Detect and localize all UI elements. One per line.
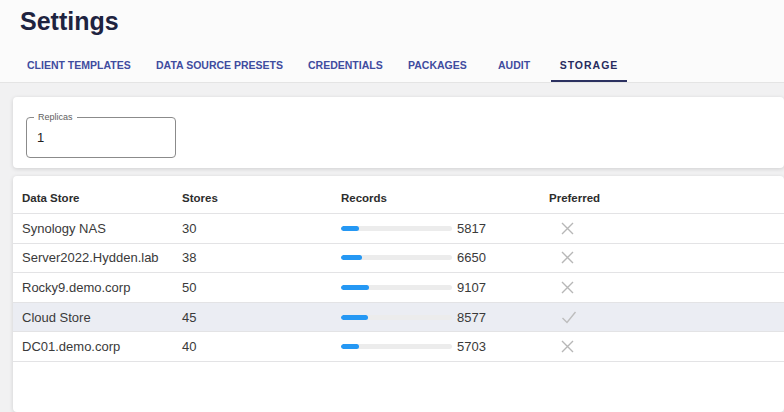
preferred-cell [549,251,784,264]
records-cell: 5703 [341,339,549,354]
preferred-cell [549,222,784,235]
tab-credentials[interactable]: CREDENTIALS [296,59,395,82]
data-store-cell: Cloud Store [22,310,182,325]
records-value: 6650 [457,250,486,265]
table-row[interactable]: Cloud Store458577 [13,303,784,333]
content-area: Replicas Data Store Stores Records Prefe… [0,83,784,412]
preferred-status [561,311,577,324]
records-progress-track [341,226,452,231]
replicas-field-label: Replicas [34,112,77,123]
records-value: 5817 [457,221,486,236]
preferred-cell [549,340,784,353]
col-header-stores: Stores [182,192,341,204]
data-store-cell: DC01.demo.corp [22,339,182,354]
check-icon [561,311,577,324]
preferred-cell [549,311,784,324]
table-row[interactable]: Server2022.Hydden.lab386650 [13,244,784,274]
tab-packages[interactable]: PACKAGES [396,59,479,82]
records-value: 9107 [457,280,486,295]
replicas-field: Replicas [26,117,176,158]
cross-icon [561,340,574,353]
cross-icon [561,281,574,294]
page-header: Settings CLIENT TEMPLATES DATA SOURCE PR… [0,0,784,83]
col-header-records: Records [341,192,549,204]
cross-icon [561,222,574,235]
records-progress-track [341,315,452,320]
table-header-row: Data Store Stores Records Preferred [13,176,784,214]
records-progress-fill [341,226,359,231]
stores-cell: 30 [182,221,341,236]
data-store-cell: Rocky9.demo.corp [22,280,182,295]
records-progress-fill [341,255,362,260]
table-row[interactable]: DC01.demo.corp405703 [13,332,784,362]
cross-icon [561,251,574,264]
records-progress-track [341,285,452,290]
col-header-data-store: Data Store [22,192,182,204]
records-progress-fill [341,285,369,290]
records-progress-track [341,344,452,349]
preferred-cell [549,281,784,294]
preferred-status [561,340,574,353]
records-cell: 6650 [341,250,549,265]
records-progress-fill [341,315,368,320]
data-store-cell: Server2022.Hydden.lab [22,250,182,265]
preferred-status [561,281,574,294]
stores-cell: 50 [182,280,341,295]
data-store-cell: Synology NAS [22,221,182,236]
table-row[interactable]: Rocky9.demo.corp509107 [13,273,784,303]
records-value: 5703 [457,339,486,354]
settings-page: Settings CLIENT TEMPLATES DATA SOURCE PR… [0,0,784,412]
records-cell: 9107 [341,280,549,295]
records-progress-track [341,255,452,260]
col-header-preferred: Preferred [549,192,784,204]
tab-audit[interactable]: AUDIT [486,59,542,82]
tab-bar: CLIENT TEMPLATES DATA SOURCE PRESETS CRE… [0,52,784,82]
table-body: Synology NAS305817Server2022.Hydden.lab3… [13,214,784,362]
tab-data-source-presets[interactable]: DATA SOURCE PRESETS [144,59,295,82]
records-cell: 5817 [341,221,549,236]
replicas-input[interactable] [26,117,176,158]
table-row[interactable]: Synology NAS305817 [13,214,784,244]
records-value: 8577 [457,310,486,325]
tab-client-templates[interactable]: CLIENT TEMPLATES [15,59,143,82]
page-title: Settings [20,7,119,36]
tab-storage[interactable]: STORAGE [551,59,627,82]
records-progress-fill [341,344,359,349]
stores-cell: 40 [182,339,341,354]
replicas-card: Replicas [13,97,784,168]
preferred-status [561,222,574,235]
stores-cell: 38 [182,250,341,265]
preferred-status [561,251,574,264]
data-store-table: Data Store Stores Records Preferred Syno… [13,176,784,412]
records-cell: 8577 [341,310,549,325]
stores-cell: 45 [182,310,341,325]
